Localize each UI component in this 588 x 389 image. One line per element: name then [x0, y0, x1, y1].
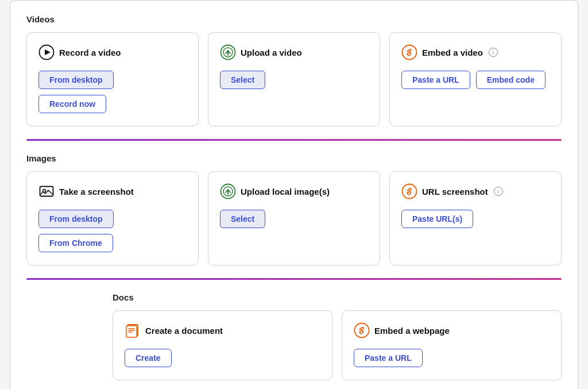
upload-image-title-row: Upload local image(s) — [220, 183, 368, 199]
videos-divider — [26, 139, 562, 141]
url-screenshot-buttons: Paste URL(s) — [401, 210, 473, 228]
link-circle-doc-icon — [354, 322, 370, 338]
create-doc-title-row: Create a document — [125, 322, 320, 338]
embed-video-buttons: Paste a URL Embed code — [401, 71, 546, 89]
screenshot-card: Take a screenshot From desktop From Chro… — [26, 171, 199, 265]
main-container: Videos Record a video From desktop Recor… — [10, 0, 578, 389]
embed-video-info-icon: i — [489, 48, 498, 57]
upload-image-title: Upload local image(s) — [241, 187, 330, 197]
url-screenshot-title: URL screenshot — [422, 187, 488, 197]
docs-section-label: Docs — [113, 292, 562, 302]
embed-code-button[interactable]: Embed code — [476, 71, 546, 89]
doc-layers-icon — [125, 322, 141, 338]
videos-section-label: Videos — [26, 14, 562, 24]
embed-webpage-card: Embed a webpage Paste a URL — [342, 310, 562, 380]
from-chrome-button[interactable]: From Chrome — [38, 234, 113, 252]
link-circle-icon — [401, 44, 417, 60]
select-image-button[interactable]: Select — [220, 210, 265, 228]
embed-webpage-title-row: Embed a webpage — [354, 322, 550, 338]
svg-rect-6 — [40, 187, 53, 197]
create-doc-buttons: Create — [125, 349, 172, 367]
record-video-buttons: From desktop Record now — [38, 71, 187, 113]
embed-webpage-title: Embed a webpage — [374, 326, 450, 336]
screenshot-buttons: From desktop From Chrome — [38, 210, 187, 252]
upload-circle-icon — [220, 44, 236, 60]
record-video-title: Record a video — [59, 48, 121, 57]
record-video-title-row: Record a video — [38, 44, 187, 60]
create-doc-card: Create a document Create — [113, 310, 332, 380]
paste-url-video-button[interactable]: Paste a URL — [401, 71, 470, 89]
svg-marker-1 — [45, 49, 51, 55]
embed-video-title-row: Embed a video i — [401, 44, 550, 60]
docs-section: Docs — [113, 292, 562, 380]
record-video-card: Record a video From desktop Record now — [26, 32, 199, 126]
images-divider — [26, 278, 562, 280]
create-doc-title: Create a document — [145, 326, 223, 336]
image-box-icon — [38, 183, 55, 199]
select-video-button[interactable]: Select — [220, 71, 265, 89]
create-doc-button[interactable]: Create — [125, 349, 172, 367]
images-cards-row: Take a screenshot From desktop From Chro… — [26, 171, 562, 265]
from-desktop-video-button[interactable]: From desktop — [38, 71, 114, 89]
paste-urls-button[interactable]: Paste URL(s) — [401, 210, 473, 228]
docs-cards-row: Create a document Create Embe — [113, 310, 562, 380]
embed-video-title: Embed a video — [422, 48, 483, 57]
upload-image-buttons: Select — [220, 210, 265, 228]
upload-video-buttons: Select — [220, 71, 265, 89]
upload-video-title: Upload a video — [241, 48, 302, 57]
svg-rect-16 — [126, 326, 137, 337]
record-now-button[interactable]: Record now — [38, 95, 106, 113]
paste-url-doc-button[interactable]: Paste a URL — [354, 349, 423, 367]
play-circle-icon — [38, 44, 55, 60]
url-screenshot-info-icon: i — [494, 187, 503, 196]
embed-video-card: Embed a video i Paste a URL Embed code — [389, 32, 562, 126]
upload-circle-img-icon — [220, 183, 236, 199]
url-screenshot-card: URL screenshot i Paste URL(s) — [389, 171, 562, 265]
images-section-label: Images — [26, 153, 562, 163]
upload-video-title-row: Upload a video — [220, 44, 368, 60]
videos-cards-row: Record a video From desktop Record now U — [26, 32, 562, 126]
link-circle-img-icon — [401, 183, 417, 199]
screenshot-title-row: Take a screenshot — [38, 183, 187, 199]
upload-video-card: Upload a video Select — [208, 32, 380, 126]
screenshot-title: Take a screenshot — [59, 187, 134, 197]
url-screenshot-title-row: URL screenshot i — [401, 183, 550, 199]
upload-image-card: Upload local image(s) Select — [208, 171, 380, 265]
from-desktop-img-button[interactable]: From desktop — [38, 210, 114, 228]
embed-webpage-buttons: Paste a URL — [354, 349, 423, 367]
